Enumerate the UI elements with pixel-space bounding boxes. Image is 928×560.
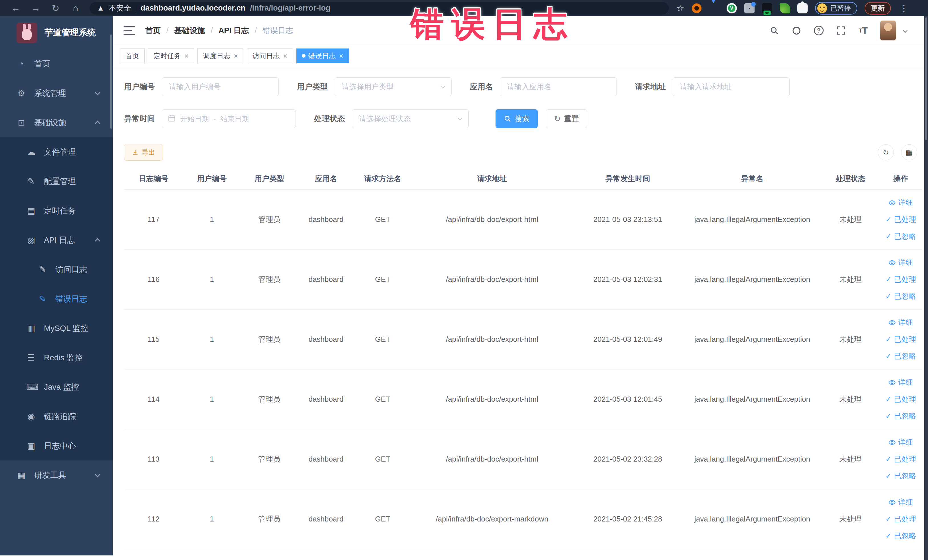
home-icon[interactable]: ⌂ <box>66 3 85 14</box>
detail-link[interactable]: 详细 <box>888 198 913 208</box>
filter-row-2: 异常时间 开始日期 - 结束日期 处理状态 请选 <box>124 109 922 128</box>
back-icon[interactable]: ← <box>6 3 26 14</box>
cell-actions: 详细 ✓ 已处理 ✓ 已忽略 <box>879 198 922 241</box>
mark-processed-link[interactable]: ✓ 已处理 <box>885 454 916 464</box>
export-button[interactable]: 导出 <box>124 144 163 160</box>
detail-link[interactable]: 详细 <box>888 497 913 507</box>
sidebar-menu-item[interactable]: ☁ 文件管理 <box>0 137 113 166</box>
mark-processed-link[interactable]: ✓ 已处理 <box>885 334 916 344</box>
mark-ignored-link[interactable]: ✓ 已忽略 <box>885 231 916 241</box>
user-avatar[interactable] <box>880 21 896 41</box>
check-icon: ✓ <box>885 275 892 284</box>
extension-leaf-icon[interactable] <box>780 3 790 14</box>
detail-link[interactable]: 详细 <box>888 258 913 268</box>
sidebar-menu-item[interactable]: ✎ 访问日志 <box>0 255 113 284</box>
fullscreen-icon[interactable] <box>836 25 846 36</box>
sidebar-item-label: 定时任务 <box>44 205 76 216</box>
reload-icon[interactable]: ↻ <box>46 3 66 14</box>
font-size-icon[interactable]: TT <box>858 25 868 36</box>
extension-on-badge-icon[interactable] <box>762 3 772 14</box>
sidebar-menu-item[interactable]: ▤ 定时任务 <box>0 196 113 225</box>
logo-row[interactable]: 芋道管理系统 <box>0 16 113 49</box>
search-button[interactable]: 搜索 <box>496 109 538 128</box>
error-log-table: 日志编号 用户编号 用户类型 应用名 请求方法名 请求地址 异常发生时间 异常名… <box>124 168 922 549</box>
extension-orange-icon[interactable] <box>692 3 702 13</box>
help-icon[interactable]: ? <box>814 25 824 36</box>
mark-ignored-link[interactable]: ✓ 已忽略 <box>885 531 916 541</box>
tab-close-icon[interactable]: × <box>283 52 287 60</box>
mark-ignored-link[interactable]: ✓ 已忽略 <box>885 471 916 481</box>
mark-ignored-link[interactable]: ✓ 已忽略 <box>885 351 916 361</box>
refresh-table-button[interactable]: ↻ <box>878 144 894 160</box>
sidebar-menu-item[interactable]: ⌨ Java 监控 <box>0 372 113 402</box>
detail-link[interactable]: 详细 <box>888 437 913 447</box>
mark-ignored-link[interactable]: ✓ 已忽略 <box>885 411 916 421</box>
mark-processed-link[interactable]: ✓ 已处理 <box>885 514 916 524</box>
user-id-input[interactable] <box>162 77 279 96</box>
breadcrumb-item[interactable]: 基础设施 <box>174 25 205 36</box>
tab-close-icon[interactable]: × <box>184 52 189 60</box>
extension-blue-icon[interactable] <box>709 3 719 14</box>
sidebar-menu-item[interactable]: ✎ 配置管理 <box>0 166 113 196</box>
check-icon: ✓ <box>885 471 892 481</box>
tag-tab[interactable]: 调度日志 × <box>197 49 243 63</box>
github-icon[interactable] <box>791 25 802 36</box>
search-icon[interactable] <box>769 25 780 36</box>
sidebar-menu-item[interactable]: ▣ 日志中心 <box>0 431 113 461</box>
sidebar-item-label: Java 监控 <box>44 382 79 392</box>
tag-tab[interactable]: 首页 × <box>120 49 145 63</box>
page-scrollbar-thumb[interactable] <box>925 17 927 140</box>
check-icon: ✓ <box>885 352 892 360</box>
column-settings-button[interactable]: ▦ <box>901 144 917 160</box>
user-type-label: 用户类型 <box>297 82 328 92</box>
breadcrumb-item[interactable]: API 日志 <box>218 25 249 36</box>
check-icon: ✓ <box>885 335 892 344</box>
address-bar[interactable]: ▲ 不安全 dashboard.yudao.iocoder.cn/infra/l… <box>90 2 669 15</box>
mark-processed-link[interactable]: ✓ 已处理 <box>885 275 916 284</box>
tab-close-icon[interactable]: × <box>339 52 343 60</box>
bookmark-star-icon[interactable]: ☆ <box>676 3 684 14</box>
mark-processed-link[interactable]: ✓ 已处理 <box>885 215 916 224</box>
forward-icon[interactable]: → <box>26 3 46 14</box>
filter-row-1: 用户编号 用户类型 请选择用户类型 应用名 <box>124 77 922 96</box>
extension-grid-icon[interactable] <box>744 3 754 14</box>
app-name-input[interactable] <box>500 77 617 96</box>
sidebar-menu-item[interactable]: ▥ MySQL 监控 <box>0 314 113 343</box>
date-range-picker[interactable]: 开始日期 - 结束日期 <box>162 109 296 128</box>
process-status-select[interactable]: 请选择处理状态 <box>352 109 469 128</box>
sidebar-menu-item[interactable]: ▦ 研发工具 <box>0 461 113 490</box>
sidebar-menu-item[interactable]: ✎ 错误日志 <box>0 284 113 314</box>
sidebar-item-label: 配置管理 <box>44 176 76 187</box>
sidebar-fold-icon[interactable] <box>124 26 135 35</box>
sidebar-scrollbar-horizontal[interactable] <box>0 555 113 560</box>
sidebar-menu-item[interactable]: ⚙ 系统管理 <box>0 78 113 108</box>
mark-processed-link[interactable]: ✓ 已处理 <box>885 394 916 404</box>
breadcrumb-item[interactable]: 错误日志 <box>263 25 293 36</box>
extension-puzzle-icon[interactable] <box>797 3 807 14</box>
sidebar-menu-item[interactable]: ⊡ 基础设施 <box>0 108 113 137</box>
detail-link[interactable]: 详细 <box>888 317 913 328</box>
profile-paused-badge[interactable]: 已暂停 <box>815 2 857 15</box>
reset-button[interactable]: ↻ 重置 <box>546 109 587 128</box>
sidebar-menu-item[interactable]: ▨ API 日志 <box>0 225 113 255</box>
sidebar-scrollbar-vertical[interactable] <box>110 35 112 129</box>
user-type-select[interactable]: 请选择用户类型 <box>334 77 452 96</box>
sidebar-menu-item[interactable]: ◉ 链路追踪 <box>0 402 113 431</box>
tag-tab[interactable]: 访问日志 × <box>247 49 293 63</box>
tag-tab[interactable]: 定时任务 × <box>148 49 194 63</box>
sidebar-menu-item[interactable]: ◔ 首页 <box>0 49 113 78</box>
page-scrollbar[interactable] <box>924 16 928 560</box>
cell-user-type: 管理员 <box>241 334 298 344</box>
caret-down-icon[interactable] <box>903 28 908 33</box>
browser-update-button[interactable]: 更新 <box>865 2 891 15</box>
table-row: 112 1 管理员 dashboard GET /api/infra/db-do… <box>124 489 922 549</box>
tab-close-icon[interactable]: × <box>234 52 238 60</box>
extension-green-v-icon[interactable]: V <box>727 3 737 14</box>
browser-menu-icon[interactable]: ⋮ <box>899 3 908 14</box>
tag-tab[interactable]: 错误日志 × <box>296 49 349 63</box>
mark-ignored-link[interactable]: ✓ 已忽略 <box>885 291 916 301</box>
breadcrumb-item[interactable]: 首页 <box>145 25 160 36</box>
request-url-input[interactable] <box>673 77 790 96</box>
detail-link[interactable]: 详细 <box>888 377 913 388</box>
sidebar-menu-item[interactable]: ☰ Redis 监控 <box>0 343 113 372</box>
